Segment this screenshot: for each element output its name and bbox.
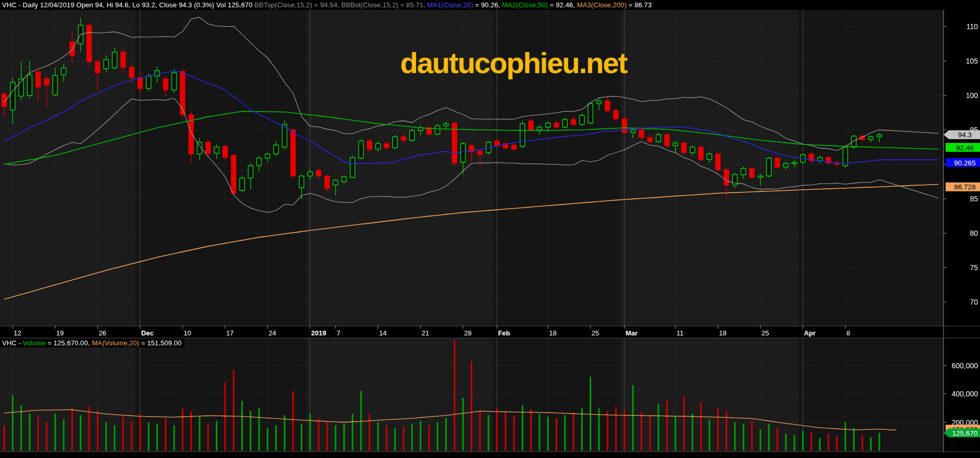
price-tag: 86.728 [946,183,980,191]
price-axis-label: 110 [966,22,978,31]
x-axis-tick-label: Dec [141,329,154,337]
volume-bar [29,414,30,451]
volume-header-segment: VHC - [2,339,23,347]
price-axis-label: 85 [970,195,978,203]
price-header-segment: = 90.26, [473,1,503,9]
volume-bar [556,418,557,451]
volume-bar [836,437,838,451]
volume-bar [615,407,617,451]
volume-bar [318,418,320,451]
price-header-segment: = 92.46, [548,1,577,9]
volume-bar [844,423,846,451]
volume-bar [607,411,608,451]
x-axis-tick-label: Feb [498,329,510,337]
volume-bar [649,415,651,451]
volume-bar [683,396,685,451]
candle [665,134,669,148]
price-tag: 90.265 [946,158,980,167]
volume-bar [46,423,47,451]
volume-bar [360,391,362,451]
price-axis: 110105100959085807570600,000400,000200,0… [944,10,980,452]
volume-bar [488,415,489,451]
volume-bar [743,424,744,451]
price-header-segment: MA1(Close,20) [427,1,473,9]
volume-bar [63,419,65,451]
volume-bar [114,425,115,451]
volume-bar [564,415,566,451]
volume-bar [411,424,413,451]
volume-bar [182,408,183,451]
price-axis-label: 105 [966,57,978,65]
svg-text:90.265: 90.265 [954,159,975,167]
volume-bar [335,425,336,451]
x-axis-tick-label: 12 [14,329,21,337]
volume-bar [870,437,872,451]
volume-bar [131,421,132,451]
candle [452,122,457,165]
candle [172,69,177,93]
chart-canvas[interactable]: dautucophieu.net121926Dec101724201971421… [0,0,980,458]
price-header-segment: MA2(Close,50) [502,1,548,9]
volume-bar [4,425,5,451]
volume-bar [123,417,124,451]
candle [588,102,593,125]
volume-bar [309,414,311,451]
x-axis-tick-label: 18 [719,329,726,337]
volume-bar [156,424,158,451]
watermark: dautucophieu.net [400,46,628,79]
price-axis-label: 70 [970,298,978,306]
volume-bar [38,417,39,451]
volume-bar [878,433,880,451]
candle [350,156,355,178]
candle [520,121,525,149]
volume-axis-label: 600,000 [951,361,978,370]
x-axis-tick-label: 25 [592,329,599,337]
x-axis-tick-label: 10 [183,329,191,337]
volume-header-segment: MA(Volume,20) [92,339,139,347]
volume-bar [165,418,166,451]
candle [699,146,703,161]
volume-bar [224,382,226,451]
x-axis-tick-label: 7 [337,329,340,337]
volume-header-segment: = 151,509.00 [139,339,181,347]
volume-bar [760,429,761,451]
candle [716,153,720,172]
volume-bar [658,404,659,451]
x-axis-tick-label: 11 [677,329,684,337]
candle [580,113,584,126]
candle [240,175,244,192]
volume-bar [54,414,56,451]
x-axis-tick-label: 18 [549,329,556,337]
volume-bar [708,419,710,451]
candle [393,135,397,149]
candle [410,128,414,141]
volume-bar [632,385,634,451]
volume-bar [174,425,175,451]
x-axis-tick-label: 14 [379,329,386,337]
volume-bar [590,377,591,451]
volume-bar [819,438,820,451]
volume-bar [853,428,855,451]
price-tag: 92.46 [946,143,980,152]
volume-bar [233,370,235,451]
volume-bar [445,418,447,451]
x-axis-tick-label: 8 [847,329,850,337]
volume-bar [505,411,506,451]
candle [622,117,627,135]
volume-bar [241,401,243,451]
volume-bar [777,428,778,451]
volume-bar [403,427,405,451]
x-axis-tick-label: 17 [226,329,234,337]
volume-bar [394,428,396,451]
volume-bar [666,400,668,451]
price-header-segment: BBTop(Close,15,2) = 94.54, BBBot(Close,1… [254,1,427,9]
volume-bar [811,432,812,451]
volume-bar [352,414,353,451]
candle [682,141,687,154]
volume-bar [479,411,481,451]
x-axis-tick-label: 19 [56,329,64,337]
volume-bar [139,414,141,451]
candle [291,127,296,178]
x-axis-tick-label: Mar [626,329,638,337]
volume-bar [454,340,455,451]
